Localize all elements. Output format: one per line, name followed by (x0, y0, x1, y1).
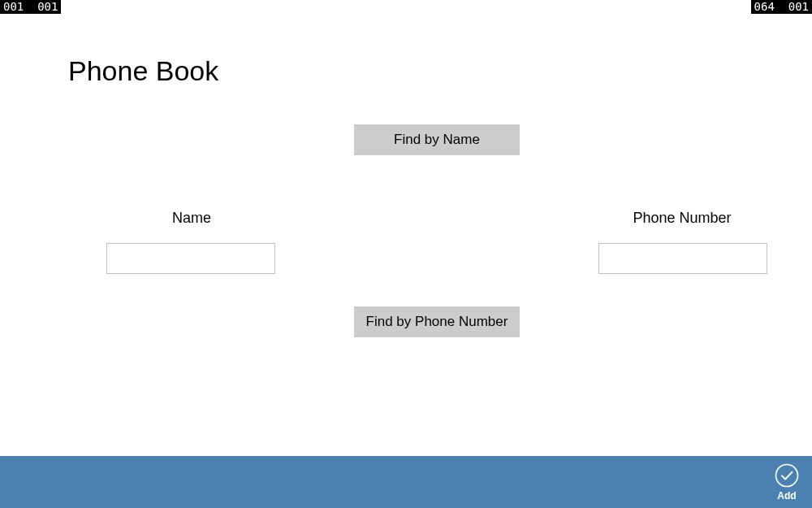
phone-number-label: Phone Number (598, 210, 766, 227)
find-by-phone-button[interactable]: Find by Phone Number (354, 306, 520, 337)
name-input[interactable] (106, 243, 275, 274)
app-bar: Add (0, 456, 812, 508)
debug-overlay-top-left: 001 001 (0, 0, 61, 14)
add-button[interactable]: Add (775, 463, 799, 501)
page-title: Phone Book (68, 55, 218, 87)
debug-overlay-top-right: 064 001 (751, 0, 812, 14)
accept-icon (775, 463, 799, 488)
add-button-label: Add (777, 490, 796, 501)
phone-number-input[interactable] (598, 243, 767, 274)
name-label: Name (108, 210, 275, 227)
svg-point-0 (776, 464, 798, 486)
find-by-name-button[interactable]: Find by Name (354, 124, 520, 155)
